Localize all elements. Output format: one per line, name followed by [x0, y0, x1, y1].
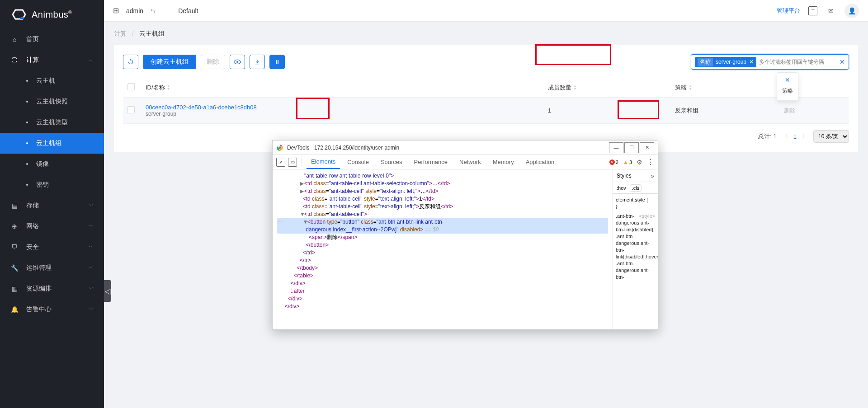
filter-dropdown-item[interactable]: 策略: [777, 84, 798, 98]
filter-dropdown-close-icon[interactable]: ✕: [777, 75, 798, 84]
breadcrumb-sep: /: [132, 30, 134, 37]
warning-badge[interactable]: ▲3: [623, 159, 632, 165]
elements-panel[interactable]: "ant-table-row ant-table-row-level-0"> ▶…: [273, 169, 613, 329]
row-delete-button[interactable]: 删除: [784, 107, 796, 115]
search-input[interactable]: [759, 55, 835, 69]
error-badge[interactable]: ✕2: [609, 159, 618, 165]
pager-page-1[interactable]: 1: [793, 133, 797, 140]
view-button[interactable]: [230, 55, 245, 69]
breadcrumb-parent[interactable]: 计算: [114, 30, 127, 37]
table-row: 00ceec0a-d702-4e50-a1a6-dcebe1c8db08 ser…: [123, 98, 849, 124]
tab-application[interactable]: Application: [521, 155, 559, 169]
content-card: 创建云主机组 删除 名称 server-group ✕ ✕: [114, 45, 858, 152]
col-id-name[interactable]: ID/名称▲▼: [141, 78, 543, 98]
wrench-icon: 🔧: [11, 264, 18, 272]
pager-prev-icon[interactable]: 〈: [782, 132, 788, 141]
logo-icon: [11, 8, 27, 21]
shield-icon: ⛉: [11, 244, 18, 251]
row-checkbox[interactable]: [127, 106, 135, 113]
devtools-window: DevTools - 172.20.154.250/identity/user-…: [272, 140, 658, 330]
nav-home[interactable]: ⌂ 首页: [0, 29, 104, 50]
tab-sources[interactable]: Sources: [376, 155, 407, 169]
nav-storage[interactable]: ▤存储﹀: [0, 195, 104, 216]
tab-network[interactable]: Network: [455, 155, 486, 169]
tab-elements[interactable]: Elements: [307, 155, 340, 169]
styles-panel: Styles» :hov.cls element.style { } <styl…: [613, 169, 658, 329]
filter-tag-value: server-group: [716, 59, 746, 65]
bell-icon: 🔔: [11, 306, 18, 313]
styles-body[interactable]: element.style { } <style>.ant-btn-danger…: [613, 194, 658, 329]
devtools-body: "ant-table-row ant-table-row-level-0"> ▶…: [273, 169, 658, 329]
minimize-button[interactable]: —: [609, 142, 623, 153]
sidebar: Animbus® ⌂ 首页 🖵 计算 ︿ 云主机 云主机快照 云主机类型 云主机…: [0, 0, 104, 408]
filter-clear-icon[interactable]: ✕: [840, 58, 845, 66]
gear-icon[interactable]: ⚙: [637, 159, 642, 166]
platform-link[interactable]: 管理平台: [777, 7, 800, 15]
sidebar-item-group[interactable]: 云主机组: [0, 133, 104, 154]
maximize-button[interactable]: ☐: [624, 142, 639, 153]
chevron-down-icon: ﹀: [89, 223, 93, 230]
chevron-down-icon: ﹀: [89, 306, 93, 313]
app-grid-icon[interactable]: ⊞: [113, 6, 119, 15]
topbar-user[interactable]: admin: [126, 7, 143, 14]
expand-icon[interactable]: »: [651, 172, 654, 179]
nav-compute[interactable]: 🖵 计算 ︿: [0, 50, 104, 70]
tab-performance[interactable]: Performance: [410, 155, 452, 169]
devtools-title: DevTools - 172.20.154.250/identity/user-…: [287, 145, 605, 151]
close-button[interactable]: ✕: [640, 142, 654, 153]
more-icon[interactable]: ⋮: [647, 158, 654, 166]
grid-icon: ▦: [11, 285, 18, 292]
download-button[interactable]: [250, 55, 265, 69]
refresh-icon: [127, 59, 134, 65]
row-policy: 反亲和组: [670, 98, 779, 124]
filter-tag-remove-icon[interactable]: ✕: [749, 59, 754, 65]
sidebar-item-snapshot[interactable]: 云主机快照: [0, 91, 104, 112]
topbar-scope[interactable]: Default: [178, 7, 198, 14]
swap-icon[interactable]: ⇆: [151, 7, 156, 14]
filter-tag: 名称 server-group ✕: [695, 57, 756, 67]
pager-next-icon[interactable]: 〉: [802, 132, 808, 141]
styles-subheader: :hov.cls: [613, 182, 658, 194]
sort-icon: ▲▼: [689, 85, 692, 90]
mail-icon[interactable]: ✉: [826, 5, 836, 16]
col-members[interactable]: 成员数量▲▼: [543, 78, 670, 98]
sort-icon: ▲▼: [573, 85, 577, 90]
globe-icon: ⊕: [11, 223, 18, 230]
nav-network[interactable]: ⊕网络﹀: [0, 216, 104, 237]
list-icon[interactable]: ≡: [808, 6, 817, 15]
row-id-link[interactable]: 00ceec0a-d702-4e50-a1a6-dcebe1c8db08: [146, 104, 539, 111]
nav-compute-label: 计算: [26, 56, 39, 64]
filter-tag-label: 名称: [698, 58, 713, 66]
delete-button[interactable]: 删除: [201, 55, 225, 69]
sidebar-item-keypair[interactable]: 密钥: [0, 174, 104, 195]
sidebar-item-vm[interactable]: 云主机: [0, 70, 104, 91]
filter-dropdown: ✕ 策略: [777, 72, 798, 101]
breadcrumb-current: 云主机组: [139, 30, 165, 37]
devtools-titlebar[interactable]: DevTools - 172.20.154.250/identity/user-…: [273, 141, 658, 155]
nav-security[interactable]: ⛉安全﹀: [0, 237, 104, 258]
styles-header: Styles»: [613, 169, 658, 182]
pager-size-select[interactable]: 10 条/页: [813, 130, 849, 143]
row-members: 1: [543, 98, 670, 124]
refresh-button[interactable]: [123, 55, 138, 69]
create-button[interactable]: 创建云主机组: [143, 55, 196, 69]
nav-ops[interactable]: 🔧运维管理﹀: [0, 258, 104, 278]
sidebar-item-image[interactable]: 镜像: [0, 154, 104, 174]
filter-input-box[interactable]: 名称 server-group ✕ ✕: [691, 54, 849, 70]
select-all-checkbox[interactable]: [127, 83, 135, 90]
divider: [167, 7, 167, 15]
nav-orchestration[interactable]: ▦资源编排﹀: [0, 278, 104, 299]
avatar[interactable]: 👤: [844, 4, 859, 18]
nav-alert[interactable]: 🔔告警中心﹀: [0, 299, 104, 320]
sidebar-item-flavor[interactable]: 云主机类型: [0, 112, 104, 133]
inspect-icon[interactable]: ⬈: [276, 158, 285, 167]
tab-memory[interactable]: Memory: [488, 155, 519, 169]
device-icon[interactable]: ▭: [288, 158, 297, 167]
topbar-left: ⊞ admin ⇆ Default: [113, 6, 198, 15]
pause-button[interactable]: [269, 55, 285, 69]
tab-console[interactable]: Console: [343, 155, 373, 169]
filter-wrap: 名称 server-group ✕ ✕ ✕ 策略: [691, 54, 849, 70]
col-policy[interactable]: 策略▲▼: [670, 78, 779, 98]
sort-icon: ▲▼: [167, 85, 170, 90]
eye-icon: [234, 59, 241, 65]
